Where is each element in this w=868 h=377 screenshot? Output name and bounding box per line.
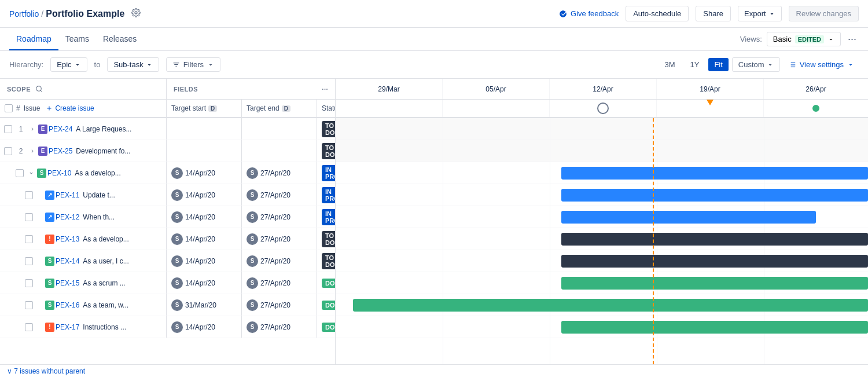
start-s-icon-pex15: S xyxy=(171,277,183,289)
row-checkbox-pex12[interactable] xyxy=(25,213,33,221)
row-checkbox-pex14[interactable] xyxy=(25,257,33,265)
views-label: Views: xyxy=(740,35,762,43)
time-1y-button[interactable]: 1Y xyxy=(684,58,705,71)
row-expand-pex10[interactable] xyxy=(27,169,36,178)
issue-key-pex15[interactable]: PEX-15 xyxy=(56,279,79,287)
feedback-button[interactable]: Give feedback xyxy=(559,9,619,18)
table-row: ! PEX-17 Instructions ... S 14/Apr/20 S … xyxy=(0,316,335,338)
timeline-row-pex17 xyxy=(336,316,868,338)
views-dropdown-button[interactable]: Basic EDITED xyxy=(767,32,841,46)
gantt-bar-pex10[interactable] xyxy=(561,167,868,180)
time-fit-button[interactable]: Fit xyxy=(708,58,728,71)
toolbar: Hierarchy: Epic to Sub-task Filters 3M 1… xyxy=(0,51,868,79)
row-scope-pex12: ↗ PEX-12 When th... xyxy=(0,206,167,228)
start-s-icon-pex11: S xyxy=(171,189,183,201)
top-bar: Portfolio / Portfolio Example Give feedb… xyxy=(0,0,868,28)
issue-key-pex14[interactable]: PEX-14 xyxy=(56,257,79,265)
gantt-bar-pex16[interactable] xyxy=(353,299,868,312)
today-triangle xyxy=(707,100,713,105)
status-badge-pex17: DONE xyxy=(322,323,335,332)
epic-icon-pex25: E xyxy=(38,147,47,156)
row-status-pex17: DONE xyxy=(317,316,335,338)
story-icon-pex15: S xyxy=(45,279,54,288)
start-s-icon-pex17: S xyxy=(171,321,183,333)
view-settings-button[interactable]: View settings xyxy=(784,58,859,71)
issue-title-pex15: As a scrum ... xyxy=(83,279,125,287)
tab-releases[interactable]: Releases xyxy=(96,28,144,50)
status-badge-pex25: TO DO xyxy=(322,143,335,159)
row-end-pex17: S 27/Apr/20 xyxy=(242,316,317,338)
issue-column-header: # Issue RoadmapCreate issue xyxy=(0,100,167,117)
row-checkbox-pex15[interactable] xyxy=(25,279,33,287)
row-checkbox-pex13[interactable] xyxy=(25,235,33,243)
date-header-apr19: 19/Apr xyxy=(657,79,764,99)
status-badge-pex15: DONE xyxy=(322,279,335,288)
row-expand-pex24[interactable] xyxy=(28,125,37,134)
row-start-pex24 xyxy=(167,118,242,140)
hierarchy-to-dropdown[interactable]: Sub-task xyxy=(107,57,159,72)
review-changes-button[interactable]: Review changes xyxy=(789,6,859,21)
gantt-bar-pex14[interactable] xyxy=(561,255,868,268)
issue-key-pex16[interactable]: PEX-16 xyxy=(56,301,79,309)
issue-title-pex17: Instructions ... xyxy=(83,323,126,331)
create-issue-button[interactable]: RoadmapCreate issue xyxy=(46,104,94,112)
gantt-bar-pex13[interactable] xyxy=(561,233,868,246)
issue-key-pex25[interactable]: PEX-25 xyxy=(49,147,72,155)
row-scope-pex17: ! PEX-17 Instructions ... xyxy=(0,316,167,338)
row-checkbox-pex24[interactable] xyxy=(4,125,12,133)
target-start-d-badge: D xyxy=(208,105,217,112)
row-start-pex11: S 14/Apr/20 xyxy=(167,184,242,206)
target-start-column-header: Target start D xyxy=(167,100,242,117)
row-end-pex11: S 27/Apr/20 xyxy=(242,184,317,206)
hash-label: # xyxy=(16,104,20,112)
row-status-pex16: DONE xyxy=(317,294,335,316)
fields-more-button[interactable]: ··· xyxy=(322,86,328,93)
left-panel: SCOPE FIELDS ··· # Issue RoadmapCreate i… xyxy=(0,79,336,364)
tab-roadmap[interactable]: Roadmap xyxy=(9,28,58,50)
issue-key-pex13[interactable]: PEX-13 xyxy=(56,235,79,243)
issue-title-pex13: As a develop... xyxy=(83,235,128,243)
time-custom-button[interactable]: Custom xyxy=(732,57,780,72)
issue-title-pex25: Development fo... xyxy=(76,147,130,155)
page-title: Portfolio Example xyxy=(46,9,124,19)
row-status-pex15: DONE xyxy=(317,272,335,294)
timeline-row-pex25 xyxy=(336,140,868,162)
bug-icon-pex17: ! xyxy=(45,323,54,332)
issue-key-pex12[interactable]: PEX-12 xyxy=(56,213,79,221)
filters-button[interactable]: Filters xyxy=(166,57,220,72)
nav-more-button[interactable]: ··· xyxy=(845,33,859,45)
gantt-bar-pex15[interactable] xyxy=(561,277,868,290)
right-panel: 29/Mar 05/Apr 12/Apr 19/Apr 26/Apr xyxy=(336,79,868,364)
row-expand-pex25[interactable] xyxy=(28,147,37,156)
issue-key-pex17[interactable]: PEX-17 xyxy=(56,323,79,331)
export-button[interactable]: Export xyxy=(738,6,782,21)
auto-schedule-button[interactable]: Auto-schedule xyxy=(626,6,689,21)
hierarchy-from-dropdown[interactable]: Epic xyxy=(50,57,87,72)
settings-icon[interactable] xyxy=(131,8,141,19)
select-all-checkbox[interactable] xyxy=(5,104,13,112)
tab-teams[interactable]: Teams xyxy=(58,28,96,50)
share-button[interactable]: Share xyxy=(696,6,731,21)
gantt-bar-pex11[interactable] xyxy=(561,189,868,202)
gantt-bar-pex12[interactable] xyxy=(561,211,816,224)
nav-tabs: Roadmap Teams Releases Views: Basic EDIT… xyxy=(0,28,868,51)
issue-key-pex24[interactable]: PEX-24 xyxy=(49,125,72,133)
green-dot-icon xyxy=(812,105,819,112)
row-checkbox-pex16[interactable] xyxy=(25,301,33,309)
bottom-bar[interactable]: ∨ 7 issues without parent xyxy=(0,364,868,377)
issue-key-pex10[interactable]: PEX-10 xyxy=(47,169,71,177)
time-3m-button[interactable]: 3M xyxy=(659,58,681,71)
start-s-icon-pex12: S xyxy=(171,211,183,223)
main-content: SCOPE FIELDS ··· # Issue RoadmapCreate i… xyxy=(0,79,868,364)
table-row: ↗ PEX-11 Update t... S 14/Apr/20 S 27/Ap… xyxy=(0,184,335,206)
status-badge-pex24: TO DO xyxy=(322,121,335,137)
hierarchy-label: Hierarchy: xyxy=(9,60,43,69)
row-checkbox-pex11[interactable] xyxy=(25,191,33,199)
row-checkbox-pex17[interactable] xyxy=(25,323,33,331)
search-icon[interactable] xyxy=(35,85,43,93)
gantt-bar-pex17[interactable] xyxy=(561,321,868,334)
issue-key-pex11[interactable]: PEX-11 xyxy=(56,191,79,199)
row-checkbox-pex10[interactable] xyxy=(16,169,24,177)
breadcrumb-portfolio[interactable]: Portfolio xyxy=(9,9,39,19)
row-checkbox-pex25[interactable] xyxy=(4,147,12,155)
